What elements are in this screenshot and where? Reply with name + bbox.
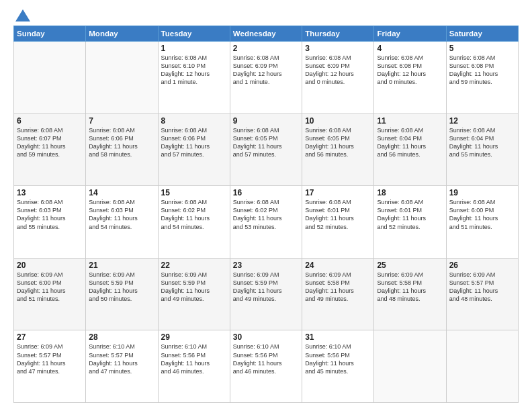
calendar-cell: 13Sunrise: 6:08 AM Sunset: 6:03 PM Dayli…: [14, 186, 86, 259]
calendar-cell: 27Sunrise: 6:09 AM Sunset: 5:57 PM Dayli…: [14, 330, 86, 403]
calendar-cell: 23Sunrise: 6:09 AM Sunset: 5:59 PM Dayli…: [230, 258, 302, 330]
day-number: 22: [161, 261, 227, 270]
day-number: 14: [89, 188, 154, 197]
day-number: 16: [233, 188, 299, 197]
logo: [13, 11, 30, 19]
day-info: Sunrise: 6:08 AM Sunset: 6:07 PM Dayligh…: [17, 126, 83, 159]
calendar-cell: 22Sunrise: 6:09 AM Sunset: 5:59 PM Dayli…: [158, 258, 230, 330]
calendar-cell: 18Sunrise: 6:08 AM Sunset: 6:01 PM Dayli…: [374, 186, 446, 259]
calendar-cell: 5Sunrise: 6:08 AM Sunset: 6:08 PM Daylig…: [446, 42, 518, 114]
day-number: 3: [305, 44, 371, 53]
day-info: Sunrise: 6:08 AM Sunset: 6:00 PM Dayligh…: [449, 198, 515, 231]
calendar-cell: 31Sunrise: 6:10 AM Sunset: 5:56 PM Dayli…: [302, 330, 374, 403]
calendar-cell: [446, 330, 518, 403]
day-number: 26: [449, 261, 515, 270]
day-number: 7: [89, 116, 154, 126]
day-info: Sunrise: 6:08 AM Sunset: 6:03 PM Dayligh…: [17, 198, 83, 231]
svg-marker-0: [15, 9, 30, 21]
calendar-cell: [374, 330, 446, 403]
calendar-cell: 24Sunrise: 6:09 AM Sunset: 5:58 PM Dayli…: [302, 258, 374, 330]
col-header-monday: Monday: [86, 26, 158, 42]
calendar-cell: 17Sunrise: 6:08 AM Sunset: 6:01 PM Dayli…: [302, 186, 374, 259]
day-number: 17: [305, 188, 371, 197]
calendar-cell: 10Sunrise: 6:08 AM Sunset: 6:05 PM Dayli…: [302, 113, 374, 186]
calendar-cell: 7Sunrise: 6:08 AM Sunset: 6:06 PM Daylig…: [86, 113, 158, 186]
calendar-cell: 2Sunrise: 6:08 AM Sunset: 6:09 PM Daylig…: [230, 42, 302, 114]
day-number: 25: [377, 261, 443, 270]
day-info: Sunrise: 6:08 AM Sunset: 6:10 PM Dayligh…: [161, 54, 227, 87]
calendar-cell: 8Sunrise: 6:08 AM Sunset: 6:06 PM Daylig…: [158, 113, 230, 186]
col-header-sunday: Sunday: [14, 26, 86, 42]
day-number: 10: [305, 116, 371, 126]
day-info: Sunrise: 6:09 AM Sunset: 5:58 PM Dayligh…: [305, 271, 371, 304]
day-info: Sunrise: 6:09 AM Sunset: 5:59 PM Dayligh…: [89, 271, 154, 304]
day-number: 19: [449, 188, 515, 197]
day-number: 20: [17, 261, 83, 270]
day-info: Sunrise: 6:08 AM Sunset: 6:06 PM Dayligh…: [89, 126, 154, 159]
calendar-cell: 28Sunrise: 6:10 AM Sunset: 5:57 PM Dayli…: [86, 330, 158, 403]
day-number: 15: [161, 188, 227, 197]
col-header-friday: Friday: [374, 26, 446, 42]
day-number: 6: [17, 116, 83, 126]
calendar-cell: 6Sunrise: 6:08 AM Sunset: 6:07 PM Daylig…: [14, 113, 86, 186]
day-info: Sunrise: 6:09 AM Sunset: 5:59 PM Dayligh…: [161, 271, 227, 304]
calendar-cell: 21Sunrise: 6:09 AM Sunset: 5:59 PM Dayli…: [86, 258, 158, 330]
day-info: Sunrise: 6:08 AM Sunset: 6:06 PM Dayligh…: [161, 126, 227, 159]
day-info: Sunrise: 6:08 AM Sunset: 6:04 PM Dayligh…: [449, 126, 515, 159]
calendar-week-row: 6Sunrise: 6:08 AM Sunset: 6:07 PM Daylig…: [14, 113, 519, 186]
col-header-saturday: Saturday: [446, 26, 518, 42]
day-info: Sunrise: 6:08 AM Sunset: 6:09 PM Dayligh…: [305, 54, 371, 87]
day-info: Sunrise: 6:08 AM Sunset: 6:02 PM Dayligh…: [233, 198, 299, 231]
day-number: 12: [449, 116, 515, 126]
col-header-thursday: Thursday: [302, 26, 374, 42]
calendar-cell: [14, 42, 86, 114]
calendar-cell: 4Sunrise: 6:08 AM Sunset: 6:08 PM Daylig…: [374, 42, 446, 114]
day-info: Sunrise: 6:08 AM Sunset: 6:05 PM Dayligh…: [305, 126, 371, 159]
day-number: 11: [377, 116, 443, 126]
day-number: 21: [89, 261, 154, 270]
page: SundayMondayTuesdayWednesdayThursdayFrid…: [0, 0, 532, 411]
calendar-cell: 15Sunrise: 6:08 AM Sunset: 6:02 PM Dayli…: [158, 186, 230, 259]
calendar-cell: 1Sunrise: 6:08 AM Sunset: 6:10 PM Daylig…: [158, 42, 230, 114]
day-info: Sunrise: 6:10 AM Sunset: 5:56 PM Dayligh…: [161, 342, 227, 375]
day-info: Sunrise: 6:10 AM Sunset: 5:56 PM Dayligh…: [233, 342, 299, 375]
day-info: Sunrise: 6:08 AM Sunset: 6:05 PM Dayligh…: [233, 126, 299, 159]
calendar-cell: 16Sunrise: 6:08 AM Sunset: 6:02 PM Dayli…: [230, 186, 302, 259]
day-info: Sunrise: 6:09 AM Sunset: 6:00 PM Dayligh…: [17, 271, 83, 304]
day-info: Sunrise: 6:10 AM Sunset: 5:57 PM Dayligh…: [89, 342, 154, 375]
calendar-cell: [86, 42, 158, 114]
logo-arrow-icon: [15, 9, 30, 21]
day-number: 31: [305, 332, 371, 342]
day-info: Sunrise: 6:08 AM Sunset: 6:01 PM Dayligh…: [305, 198, 371, 231]
day-number: 9: [233, 116, 299, 126]
col-header-wednesday: Wednesday: [230, 26, 302, 42]
day-info: Sunrise: 6:08 AM Sunset: 6:01 PM Dayligh…: [377, 198, 443, 231]
calendar-cell: 30Sunrise: 6:10 AM Sunset: 5:56 PM Dayli…: [230, 330, 302, 403]
calendar-cell: 12Sunrise: 6:08 AM Sunset: 6:04 PM Dayli…: [446, 113, 518, 186]
calendar-cell: 19Sunrise: 6:08 AM Sunset: 6:00 PM Dayli…: [446, 186, 518, 259]
day-info: Sunrise: 6:08 AM Sunset: 6:09 PM Dayligh…: [233, 54, 299, 87]
day-info: Sunrise: 6:09 AM Sunset: 5:57 PM Dayligh…: [449, 271, 515, 304]
day-number: 18: [377, 188, 443, 197]
day-info: Sunrise: 6:08 AM Sunset: 6:04 PM Dayligh…: [377, 126, 443, 159]
calendar-week-row: 27Sunrise: 6:09 AM Sunset: 5:57 PM Dayli…: [14, 330, 519, 403]
day-number: 24: [305, 261, 371, 270]
day-number: 4: [377, 44, 443, 53]
calendar-cell: 20Sunrise: 6:09 AM Sunset: 6:00 PM Dayli…: [14, 258, 86, 330]
calendar-week-row: 20Sunrise: 6:09 AM Sunset: 6:00 PM Dayli…: [14, 258, 519, 330]
calendar-week-row: 13Sunrise: 6:08 AM Sunset: 6:03 PM Dayli…: [14, 186, 519, 259]
day-info: Sunrise: 6:08 AM Sunset: 6:03 PM Dayligh…: [89, 198, 154, 231]
day-number: 27: [17, 332, 83, 342]
calendar-cell: 26Sunrise: 6:09 AM Sunset: 5:57 PM Dayli…: [446, 258, 518, 330]
day-number: 23: [233, 261, 299, 270]
calendar-header-row: SundayMondayTuesdayWednesdayThursdayFrid…: [14, 26, 519, 42]
calendar-cell: 14Sunrise: 6:08 AM Sunset: 6:03 PM Dayli…: [86, 186, 158, 259]
calendar-cell: 11Sunrise: 6:08 AM Sunset: 6:04 PM Dayli…: [374, 113, 446, 186]
calendar-cell: 3Sunrise: 6:08 AM Sunset: 6:09 PM Daylig…: [302, 42, 374, 114]
day-number: 13: [17, 188, 83, 197]
day-info: Sunrise: 6:09 AM Sunset: 5:57 PM Dayligh…: [17, 342, 83, 375]
header: [13, 11, 519, 19]
day-info: Sunrise: 6:09 AM Sunset: 5:58 PM Dayligh…: [377, 271, 443, 304]
calendar-week-row: 1Sunrise: 6:08 AM Sunset: 6:10 PM Daylig…: [14, 42, 519, 114]
day-number: 8: [161, 116, 227, 126]
